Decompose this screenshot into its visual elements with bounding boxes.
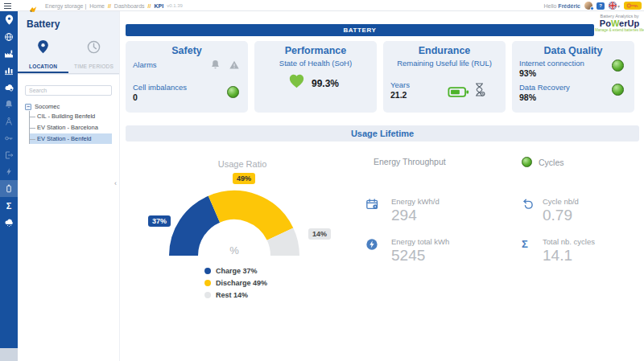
breadcrumb-separator: // <box>108 3 111 9</box>
usage-lifetime-header: Usage Lifetime <box>126 125 639 142</box>
cell-imbalances-label: Cell imbalances <box>133 83 187 92</box>
sidebar-item-charts[interactable] <box>0 62 18 79</box>
avatar[interactable] <box>584 2 592 10</box>
gauge-center-label: % <box>168 244 300 256</box>
energy-total-label: Energy total kWh <box>391 237 502 246</box>
sidebar-item-weather[interactable] <box>0 214 18 231</box>
sidebar-item-cloud-settings[interactable] <box>0 79 18 96</box>
energy-per-day-icon <box>365 198 379 211</box>
cycles-stats: Cycles Cycle nb/d 0.79 Σ Total nb. cycle… <box>522 157 564 167</box>
sigma-icon: Σ <box>522 238 528 250</box>
energy-total-icon <box>365 238 378 251</box>
help-bubble-icon[interactable]: ? <box>597 2 605 10</box>
tree-item-ev-barcelona[interactable]: EV Station - Barcelona <box>30 122 112 133</box>
bell-icon <box>4 100 14 109</box>
factory-icon <box>4 49 14 59</box>
cycle-nbd-label: Cycle nb/d <box>543 197 644 206</box>
language-selector[interactable]: ▾ <box>609 2 620 10</box>
sidebar-item-location[interactable] <box>0 11 18 28</box>
data-recovery-value: 98% <box>519 92 536 102</box>
sidebar-item-alerts[interactable] <box>0 96 18 113</box>
battery-section-header: BATTERY <box>126 24 594 36</box>
usage-ratio-gauge: Usage Ratio 49% 37% 14% % Charge 37% Dis… <box>142 153 343 322</box>
clock-icon <box>87 40 101 54</box>
internet-connection-value: 93% <box>519 68 536 78</box>
compass-icon <box>4 117 14 126</box>
tree-item-ev-benfeld[interactable]: EV Station - Benfeld <box>30 133 112 144</box>
cloud-settings-icon <box>4 83 14 92</box>
tab-time-periods-icon-button[interactable] <box>68 35 119 59</box>
lightning-icon <box>5 167 14 176</box>
legend-label: Rest 14% <box>216 291 248 299</box>
sigma-icon: Σ <box>6 201 12 211</box>
cycles-header: Cycles <box>539 158 564 167</box>
internet-connection-label: Internet connection <box>519 59 584 68</box>
sidebar-item-compass[interactable] <box>0 113 18 129</box>
sidebar-item-battery[interactable] <box>0 180 18 197</box>
soh-value: 99.3% <box>312 78 339 89</box>
cycles-led-green <box>522 157 532 167</box>
sidebar-scrollbar[interactable] <box>0 348 18 361</box>
tab-location[interactable]: LOCATION <box>18 60 68 73</box>
warning-triangle-icon <box>229 59 240 70</box>
tree-collapse-icon[interactable]: − <box>25 104 31 110</box>
breadcrumb: Energy storage | Home // Dashboards // K… <box>45 0 183 11</box>
rest-badge: 14% <box>308 228 331 240</box>
battery-selector-panel: Battery LOCATION TIME PERIODS − Socomec … <box>18 11 119 361</box>
cloud-snow-icon <box>4 218 14 228</box>
panel-collapse-chevron[interactable]: ‹ <box>114 179 117 187</box>
sidebar-item-globe[interactable] <box>0 28 18 45</box>
tree-item-cil-benfeld[interactable]: CIL - Building Benfeld <box>30 111 112 121</box>
branding-tagline: Manage & extend batteries life <box>594 28 644 32</box>
sidebar-item-factory[interactable] <box>0 45 18 62</box>
cycle-nbd-value: 0.79 <box>543 207 644 224</box>
card-endurance: Endurance Remaining Useful life (RUL) Ye… <box>383 41 506 113</box>
hamburger-menu-icon[interactable] <box>4 3 11 9</box>
soh-subtitle: State of Health (SoH) <box>254 59 377 68</box>
icon-sidebar: Σ <box>0 11 18 361</box>
breadcrumb-dashboards[interactable]: Dashboards <box>114 3 145 9</box>
chevron-down-icon: ▾ <box>617 3 620 9</box>
card-safety: Safety Alarms Cell imbalances 0 <box>126 41 248 113</box>
status-led-green <box>227 86 239 98</box>
energy-total-value: 5245 <box>391 247 502 265</box>
years-label: Years <box>390 80 410 89</box>
key-icon <box>626 2 639 9</box>
total-cycles-value: 14.1 <box>543 247 644 265</box>
legend-label: Charge 37% <box>216 267 258 275</box>
globe-icon <box>4 32 14 42</box>
card-data-quality: Data Quality Internet connection 93% Dat… <box>512 41 634 113</box>
battery-icon <box>4 183 14 194</box>
card-title: Performance <box>254 45 377 56</box>
avatar-badge <box>590 6 594 10</box>
discharge-badge: 49% <box>233 173 255 184</box>
data-recovery-label: Data Recovery <box>519 83 570 92</box>
main-content: BATTERY Battery Analytics by PoWerUp Man… <box>119 11 644 361</box>
location-pin-icon <box>5 14 14 25</box>
key-icon <box>4 133 14 143</box>
sidebar-item-logout[interactable] <box>0 146 18 163</box>
tree-root-label: Socomec <box>35 103 60 110</box>
charge-badge: 37% <box>148 215 171 227</box>
breadcrumb-home[interactable]: Home <box>89 3 105 9</box>
search-input[interactable] <box>25 85 112 96</box>
user-name: Frédéric <box>558 3 580 9</box>
energy-kwhd-label: Energy kWh/d <box>391 197 502 206</box>
sidebar-item-key[interactable] <box>0 129 18 146</box>
tab-location-icon-button[interactable] <box>18 35 68 59</box>
logout-arrow-icon <box>4 150 14 160</box>
topbar-user-area: Hello Frédéric ? ▾ <box>543 0 642 11</box>
breadcrumb-app[interactable]: Energy storage | <box>45 3 86 9</box>
gauge-legend: Charge 37% Discharge 49% Rest 14% <box>204 267 267 303</box>
logout-key-button[interactable] <box>624 2 642 10</box>
sidebar-item-sigma[interactable]: Σ <box>0 197 18 214</box>
sidebar-item-power[interactable] <box>0 163 18 180</box>
alarms-label: Alarms <box>133 60 157 69</box>
panel-title: Battery <box>27 18 60 30</box>
card-title: Safety <box>126 45 248 56</box>
tree-root-socomec[interactable]: − Socomec <box>25 103 112 110</box>
breadcrumb-current-kpi[interactable]: KPI <box>154 3 163 9</box>
tab-time-periods[interactable]: TIME PERIODS <box>68 60 119 73</box>
version-label: v0.1.39 <box>167 3 183 8</box>
topbar: Energy storage | Home // Dashboards // K… <box>0 0 644 11</box>
